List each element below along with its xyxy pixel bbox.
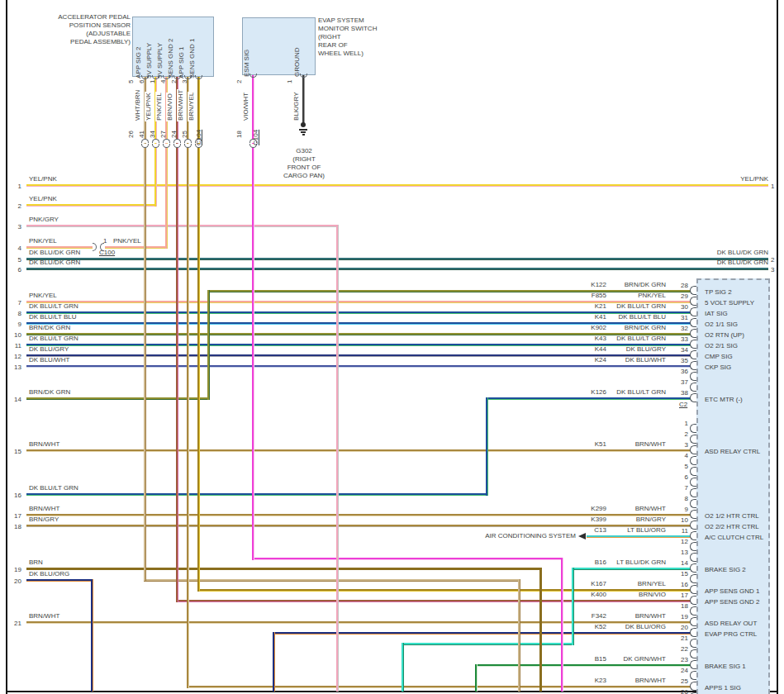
inline-connector-icon (184, 144, 192, 148)
wire (273, 632, 275, 692)
pin-signal-label: GROUND (293, 47, 301, 77)
wire-color-label: BRN/YEL (608, 580, 666, 588)
wire-color-label: BRN/WHT (29, 612, 59, 620)
pin-number: 32 (662, 325, 688, 333)
row-number: 4 (8, 245, 21, 253)
pin-number: 22 (662, 645, 688, 654)
pin-socket-arc-icon (690, 510, 696, 519)
ground-icon (301, 131, 306, 133)
circuit-code: B15 (568, 655, 606, 663)
wire-color-label: VIO/WHT (242, 92, 249, 121)
pin-function-label: APP SENS GND 1 (705, 587, 769, 596)
circuit-code: K24 (568, 356, 606, 364)
pin-socket-arc-icon (690, 383, 696, 392)
wire (26, 184, 768, 187)
pin-number: 28 (662, 282, 688, 290)
wire-color-label: BRN/DK GRN (29, 324, 70, 332)
circuit-number: 27 (159, 131, 167, 138)
wire-color-label: PNK/YEL (155, 92, 163, 121)
pin-socket-arc-icon (690, 499, 696, 508)
row-number: 14 (8, 396, 21, 404)
pin-signal-label: APP SIG 1 (178, 46, 185, 78)
pin-function-label: BRAKE SIG 1 (705, 663, 769, 671)
pin-function-label: O2 1/1 SIG (705, 321, 769, 329)
pin-number: 2 (662, 430, 688, 439)
row-number: 7 (8, 299, 21, 307)
wire-color-label: DK BLU/WHT (608, 356, 666, 364)
pin-number: 1 (149, 80, 156, 83)
circuit-code: K44 (568, 345, 606, 354)
pin-socket-arc-icon (690, 671, 696, 680)
wire-color-label: DK BLU/DK GRN (29, 249, 80, 257)
wire-color-label: BRN/GRY (29, 516, 59, 524)
row-number: 12 (8, 353, 21, 361)
wire-color-label: BRN/GRY (608, 516, 666, 524)
pin-function-label: O2 2/1 SIG (705, 342, 769, 350)
pin-number: 3 (662, 441, 688, 449)
circuit-code: K43 (568, 335, 606, 343)
evap-switch-box (242, 17, 316, 75)
page-border-right (777, 0, 778, 694)
wire-color-label: DK BLU/LT GRN (608, 302, 666, 311)
pin-socket-arc-icon (690, 318, 696, 327)
pin-socket-arc-icon (690, 372, 696, 381)
wire-color-label: DK BLU/LT BLU (29, 313, 77, 321)
pin-socket-arc-icon (690, 639, 696, 648)
pin-signal-label: SENS GND 1 (188, 39, 196, 78)
wire-color-label: PNK/YEL (29, 237, 57, 245)
pin-socket-arc-icon (690, 286, 696, 295)
pin-number: 31 (662, 314, 688, 322)
pin-function-label: 5 VOLT SUPPLY (705, 299, 769, 307)
pin-function-label: TP SIG 2 (705, 288, 769, 297)
wire-color-label: LT BLU/DK GRN (608, 559, 666, 567)
inline-connector-icon (163, 144, 170, 148)
pin-function-label: IAT SIG (705, 310, 769, 318)
pin-function-label: O2 2/2 HTR CTRL (705, 523, 769, 531)
pin-number: 1 (286, 80, 293, 83)
pin-number: 10 (662, 516, 688, 525)
wire-color-label: BRN/WHT (177, 89, 184, 121)
inline-connector-icon (163, 139, 170, 143)
pin-number: 29 (662, 292, 688, 301)
wire-color-label: BRN/WHT (608, 612, 666, 620)
pin-number: 17 (662, 592, 688, 600)
row-number: 9 (8, 321, 21, 329)
wire (539, 568, 542, 692)
pin-function-label: APP SENS GND 2 (705, 598, 769, 606)
wire (187, 686, 691, 688)
wire (26, 268, 768, 270)
row-number: 15 (8, 448, 21, 456)
pin-number: 21 (662, 635, 688, 643)
wire-color-label: BRN/WHT (29, 505, 59, 513)
wire-color-label: DK BLU/LT GRN (608, 388, 666, 397)
wire-color-label: DK BLU/LT GRN (29, 335, 78, 343)
pin-number: 9 (662, 506, 688, 514)
wire (336, 225, 339, 692)
pin-socket-arc-icon (690, 682, 696, 691)
wire (26, 579, 93, 582)
evap-switch-title: EVAP SYSTEMMONITOR SWITCH (RIGHTREAR OF … (318, 17, 377, 58)
wire-color-label: DK BLU/WHT (29, 356, 69, 364)
wire (486, 397, 488, 496)
wire-color-label: BRN/VIO (608, 591, 666, 599)
row-number: 6 (8, 266, 21, 274)
wire (252, 558, 563, 560)
pin-socket-arc-icon (195, 75, 202, 79)
inline-connector-icon (173, 144, 181, 148)
wire-color-label: DK GRN/WHT (608, 655, 666, 663)
pin-signal-label: SENS GND 2 (167, 39, 174, 78)
pin-number: 30 (662, 303, 688, 311)
wire-color-label: PNK/YEL (29, 292, 57, 300)
wire-color-label: YEL/PNK (29, 195, 57, 203)
wire-color-label: WHT/BRN (134, 89, 141, 121)
wiring-diagram: ACCELERATOR PEDALPOSITION SENSOR (ADJUST… (0, 0, 784, 694)
pin-number: 2 (170, 80, 178, 83)
ground-icon (301, 122, 306, 127)
circuit-number: 18 (235, 131, 243, 138)
wire-color-label: PNK/GRY (29, 216, 59, 224)
wire (518, 579, 520, 692)
pin-socket-arc-icon (690, 307, 696, 316)
wire (91, 579, 93, 692)
wire (402, 643, 573, 645)
wire-color-label: LT BLU/ORG (608, 526, 666, 535)
